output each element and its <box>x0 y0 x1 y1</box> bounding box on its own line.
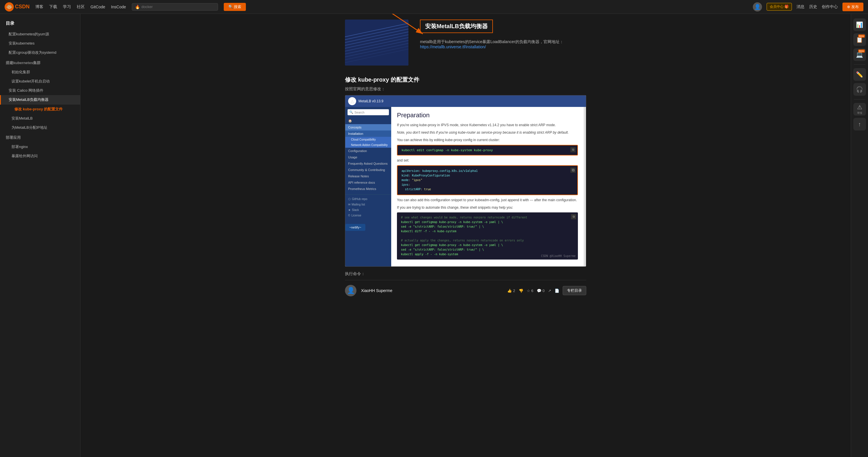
copy-button-1[interactable]: ⧉ <box>570 147 576 152</box>
nav-blog[interactable]: 博客 <box>35 4 43 9</box>
docs-nav-release[interactable]: Release Notes <box>345 173 391 179</box>
pdf-button[interactable]: 📄 <box>555 289 559 293</box>
docs-nav-installation[interactable]: Installation <box>345 131 391 137</box>
nav-messages[interactable]: 消息 <box>797 4 805 9</box>
top-navigation: 🐵 CSDN 博客 下载 学习 社区 GitCode InsCode 🔥 🔍 搜… <box>0 0 868 14</box>
nav-download[interactable]: 下载 <box>49 4 57 9</box>
netlify-badge: ~netlify~ <box>345 224 365 231</box>
right-divider-2 <box>854 99 865 99</box>
toc-item-k8s[interactable]: 安装kubernetes <box>0 39 80 48</box>
copy-button-yaml[interactable]: ⧉ <box>570 168 576 173</box>
plus-icon: ⊕ <box>847 5 850 9</box>
search-button[interactable]: 🔍 搜索 <box>224 3 246 11</box>
search-icon: 🔍 <box>228 5 233 9</box>
beta-badge-2: Beta <box>858 50 865 53</box>
logo-text: CSDN <box>15 4 30 10</box>
comment-icon: 💬 <box>537 289 541 293</box>
article-title-area: 安装MetalLB负载均衡器 metallb是用于kube <box>420 20 586 70</box>
like-icon: 👍 <box>507 289 512 293</box>
docs-nav-concepts[interactable]: Concepts <box>345 124 391 131</box>
yaml-line-2: kind: KubeProxyConfiguration <box>402 173 573 178</box>
nav-learn[interactable]: 学习 <box>63 4 71 9</box>
docs-p2: Note, you don't need this if you're usin… <box>397 130 578 135</box>
analytics-icon: 📊 <box>856 21 863 28</box>
publish-button[interactable]: ⊕ 发布 <box>842 3 863 11</box>
right-tool-edit[interactable]: ✏️ <box>854 68 866 81</box>
title-badge-container: 安装MetalLB负载均衡器 <box>420 20 586 36</box>
right-tool-notes[interactable]: 📋 Beta <box>854 33 866 46</box>
docs-scrollbar[interactable] <box>584 107 586 266</box>
toc-item-yum[interactable]: 配置kubernetes的yum源 <box>0 30 80 39</box>
docs-nav-community[interactable]: Community & Contributing <box>345 167 391 173</box>
docs-nav-faq[interactable]: Frequently Asked Questions <box>345 161 391 167</box>
docs-search[interactable]: 🔍 Search <box>347 109 389 115</box>
nav-creation[interactable]: 创作中心 <box>822 4 838 9</box>
right-divider <box>854 64 865 65</box>
toc-item-install-metallb[interactable]: 安装MetalLB <box>0 114 80 123</box>
comment-button[interactable]: 💬 0 <box>537 289 545 293</box>
toc-item-deploy-section: 部署应用 <box>0 132 80 142</box>
right-tool-scroll-top[interactable]: ↑ <box>854 118 866 131</box>
search-input[interactable] <box>142 5 215 9</box>
toc-item-init[interactable]: 初始化集群 <box>0 67 80 77</box>
metallb-url[interactable]: https://metallb.universe.tf/installation… <box>420 45 486 49</box>
star-button[interactable]: ☆ 6 <box>527 289 533 293</box>
docs-frame-header: △ MetalLB v0.13.9 <box>345 95 586 107</box>
dislike-button[interactable]: 👎 <box>519 289 523 293</box>
code-comment-1: # see what changes would be made, return… <box>401 215 574 220</box>
docs-mailing[interactable]: ✉ Mailing list <box>345 202 391 207</box>
right-tool-audio[interactable]: 🎧 <box>854 83 866 96</box>
toc-item-metallb[interactable]: 安装MetalLB负载均衡器 <box>0 95 80 104</box>
edit-icon: ✏️ <box>856 71 863 78</box>
exec-section: 执行命令： <box>345 271 586 277</box>
audio-icon: 🎧 <box>856 86 863 93</box>
docs-nav-api-ref[interactable]: API reference docs <box>345 179 391 186</box>
user-avatar[interactable]: 👤 <box>753 2 762 11</box>
author-name: XiaoHH Superme <box>361 288 392 293</box>
search-bar: 🔥 <box>132 3 218 11</box>
section-heading: 修改 kube-proxy 的配置文件 <box>345 76 586 84</box>
member-center-button[interactable]: 会员中心 🎁 <box>767 3 792 11</box>
toc-item-kube-proxy[interactable]: 修改 kube-proxy 的配置文件 <box>0 105 80 114</box>
docs-nav-home[interactable]: 🏠 <box>345 118 391 124</box>
right-sidebar: 📊 📋 Beta 💻 Beta ✏️ 🎧 ⚠ 举报 ↑ <box>851 14 868 457</box>
docs-nav-prometheus[interactable]: Prometheus Metrics <box>345 186 391 192</box>
like-button[interactable]: 👍 2 <box>507 289 515 293</box>
docs-nav-usage[interactable]: Usage <box>345 154 391 161</box>
toc-item-assign-ip[interactable]: 为MetalLB分配IP地址 <box>0 123 80 132</box>
copy-button-big[interactable]: ⧉ <box>571 214 576 219</box>
toc-item-calico[interactable]: 安装 Calico 网络插件 <box>0 86 80 95</box>
docs-github[interactable]: ⬡ GitHub repo <box>345 196 391 202</box>
nav-gitcode[interactable]: GitCode <box>91 5 105 9</box>
yaml-line-5: strictARP: true <box>402 187 573 192</box>
right-tool-report[interactable]: ⚠ 举报 <box>854 103 866 116</box>
toc-item-nginx[interactable]: 部署nginx <box>0 142 80 151</box>
docs-p4: You can also add this configuration snip… <box>397 197 578 203</box>
toc-item-cgroup[interactable]: 配置cgroup驱动改为systemd <box>0 48 80 57</box>
docs-nav-network-addon[interactable]: Network Addon Compatibility <box>345 142 391 148</box>
share-button[interactable]: ↗ <box>548 289 551 293</box>
code-line-2: kubectl get configmap kube-proxy -n kube… <box>401 220 574 225</box>
article: 安装MetalLB负载均衡器 metallb是用于kube <box>336 14 595 312</box>
search-icon-small: 🔍 <box>349 110 353 114</box>
docs-frame: △ MetalLB v0.13.9 🔍 Search 🏠 Concepts In… <box>345 95 586 267</box>
docs-nav-cloud-compat[interactable]: Cloud Compatibility <box>345 137 391 142</box>
beta-badge-1: Beta <box>858 34 865 38</box>
article-title: 安装MetalLB负载均衡器 <box>420 20 493 33</box>
docs-sidebar: 🔍 Search 🏠 Concepts Installation Cloud C… <box>345 107 391 266</box>
nav-inscode[interactable]: InsCode <box>111 5 126 9</box>
nav-history[interactable]: 历史 <box>809 4 817 9</box>
docs-main-heading: Preparation <box>397 112 578 119</box>
docs-slack[interactable]: ★ Slack <box>345 207 391 213</box>
nav-community[interactable]: 社区 <box>77 4 85 9</box>
right-tool-desktop[interactable]: 💻 Beta <box>854 48 866 61</box>
pdf-icon: 📄 <box>555 289 559 293</box>
docs-nav-config[interactable]: Configuration <box>345 148 391 154</box>
csdn-logo[interactable]: 🐵 CSDN <box>5 2 30 11</box>
logo-icon: 🐵 <box>5 2 14 11</box>
toc-item-kubelet[interactable]: 设置kubelet开机自启动 <box>0 77 80 86</box>
toc-button[interactable]: 专栏目录 <box>563 286 586 295</box>
docs-license[interactable]: © License <box>345 213 391 218</box>
right-tool-analytics[interactable]: 📊 <box>854 19 866 31</box>
toc-item-external[interactable]: 暴露给外网访问 <box>0 151 80 161</box>
